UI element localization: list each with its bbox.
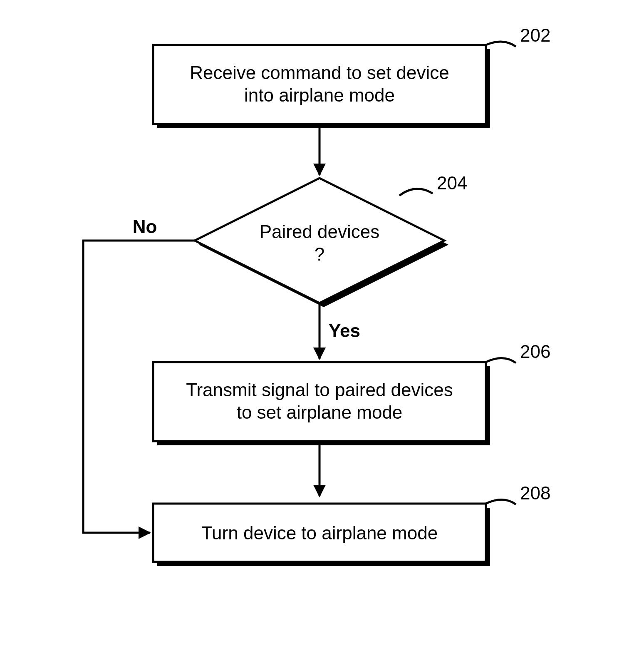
flowchart: Receive command to set device into airpl… — [0, 0, 644, 653]
node-204-line1: Paired devices — [260, 221, 380, 242]
flow-node-206: Transmit signal to paired devices to set… — [153, 341, 550, 445]
ref-208: 208 — [520, 483, 550, 503]
edge-label-yes: Yes — [329, 320, 360, 341]
ref-204: 204 — [437, 173, 467, 193]
flow-node-202: Receive command to set device into airpl… — [153, 25, 550, 128]
node-206-line2: to set airplane mode — [237, 402, 403, 422]
node-202-line2: into airplane mode — [244, 85, 395, 105]
ref-206: 206 — [520, 341, 550, 362]
node-202-line1: Receive command to set device — [190, 62, 449, 83]
node-204-line2: ? — [315, 244, 324, 264]
ref-202: 202 — [520, 25, 550, 45]
flow-decision-204: Paired devices ? 204 — [195, 173, 467, 307]
node-208-line1: Turn device to airplane mode — [201, 523, 438, 543]
node-206-line1: Transmit signal to paired devices — [186, 380, 453, 400]
flow-node-208: Turn device to airplane mode 208 — [153, 483, 550, 566]
edge-label-no: No — [133, 216, 157, 237]
